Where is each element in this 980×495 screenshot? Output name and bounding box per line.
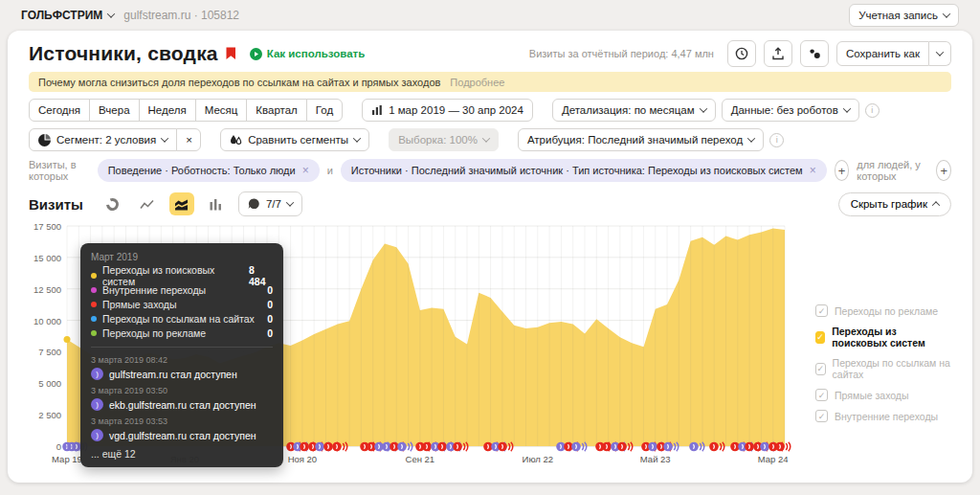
- remove-filter-icon[interactable]: ×: [302, 164, 309, 177]
- date-range-button[interactable]: 1 мар 2019 — 30 апр 2024: [362, 99, 533, 122]
- add-visit-filter-button[interactable]: +: [835, 160, 850, 181]
- legend-checkbox[interactable]: ✓: [815, 304, 828, 317]
- view-columns-button[interactable]: [204, 192, 229, 215]
- axis-annotation-marker[interactable]: [617, 439, 634, 452]
- info-icon[interactable]: i: [769, 133, 784, 147]
- save-as-arrow-button[interactable]: [929, 41, 951, 66]
- tooltip-title: Март 2019: [91, 252, 273, 262]
- axis-annotation-marker[interactable]: [709, 439, 725, 452]
- series-value: 0: [267, 327, 273, 339]
- notice-text: Почему могла снизиться доля переходов по…: [38, 77, 440, 88]
- preset-вчера[interactable]: Вчера: [89, 99, 139, 122]
- chevron-down-icon: [747, 134, 755, 142]
- axis-annotation-marker[interactable]: [453, 439, 469, 452]
- legend-checkbox[interactable]: ✓: [815, 363, 826, 375]
- compare-segments-button[interactable]: Сравнить сегменты: [220, 128, 369, 151]
- view-line-button[interactable]: [135, 192, 160, 215]
- axis-annotation-marker[interactable]: [775, 439, 791, 452]
- history-button[interactable]: [727, 40, 756, 67]
- legend-label: Внутренние переходы: [835, 411, 938, 422]
- filter-prefix-label: Визиты, в которых: [29, 159, 90, 182]
- series-label: Прямые заходы: [102, 299, 177, 310]
- annotation-bubble-icon: [498, 440, 514, 453]
- donut-chart-icon: [105, 197, 120, 212]
- sampling-select[interactable]: Выборка: 100%: [389, 128, 499, 151]
- annotation-text: ekb.gulfstream.ru стал доступен: [109, 399, 256, 411]
- columns-chart-icon: [209, 198, 223, 211]
- axis-annotation-marker[interactable]: [689, 439, 705, 452]
- data-mode-select[interactable]: Данные: без роботов: [722, 99, 859, 122]
- series-color-dot: [91, 330, 97, 336]
- legend-item[interactable]: ✓Переходы по ссылкам на сайтах: [815, 357, 951, 380]
- annotation-time: 3 марта 2019 03:50: [91, 386, 273, 395]
- axis-annotation-marker[interactable]: [397, 439, 413, 452]
- compare-drops-icon: [230, 134, 242, 146]
- chart-legend: ✓Переходы по рекламе✓Переходы из поисков…: [815, 304, 951, 431]
- segment-button[interactable]: Сегмент: 2 условия: [29, 128, 177, 151]
- x-axis-label: Май 23: [634, 454, 678, 464]
- legend-checkbox[interactable]: ✓: [815, 389, 828, 401]
- export-icon: [771, 47, 785, 60]
- hide-chart-label: Скрыть график: [851, 198, 927, 210]
- series-value: 0: [267, 299, 273, 310]
- how-to-use-link[interactable]: Как использовать: [250, 48, 366, 60]
- bookmark-icon[interactable]: [226, 47, 236, 60]
- y-axis-label: 17 500: [29, 221, 61, 232]
- legend-item[interactable]: ✓Внутренние переходы: [815, 410, 951, 422]
- counter-switcher[interactable]: ГОЛЬФСТРИМ: [21, 9, 114, 22]
- save-as-splitbutton: Сохранить как: [836, 41, 951, 66]
- info-icon[interactable]: i: [865, 103, 880, 118]
- chart-tooltip: Март 2019 Переходы из поисковых систем8 …: [80, 243, 283, 467]
- detail-select[interactable]: Детализация: по месяцам: [552, 99, 716, 122]
- hide-chart-button[interactable]: Скрыть график: [838, 192, 951, 216]
- data-mode-label: Данные: без роботов: [731, 104, 838, 116]
- hovered-point-marker[interactable]: [64, 336, 71, 343]
- filter-chip-label: Поведение · Роботность: Только люди: [108, 165, 296, 176]
- account-button[interactable]: Учетная запись: [849, 4, 959, 27]
- filter-chip-source[interactable]: Источники · Последний значимый источник …: [341, 159, 827, 182]
- axis-annotation-marker[interactable]: [663, 439, 679, 452]
- top-bar: ГОЛЬФСТРИМ gulfstream.ru · 105812 Учетна…: [0, 0, 980, 31]
- legend-label: Переходы из поисковых систем: [832, 326, 951, 349]
- view-pie-button[interactable]: [100, 192, 125, 215]
- legend-item[interactable]: ✓Переходы по рекламе: [815, 304, 951, 317]
- series-label: Внутренние переходы: [102, 284, 206, 296]
- filter-chip-robots[interactable]: Поведение · Роботность: Только люди ×: [98, 159, 320, 182]
- account-button-label: Учетная запись: [858, 10, 938, 21]
- axis-annotation-marker[interactable]: [332, 439, 348, 452]
- widgets-button[interactable]: [800, 40, 829, 67]
- goals-select[interactable]: 7/7: [238, 191, 302, 216]
- legend-item[interactable]: ✓Переходы из поисковых систем: [815, 326, 951, 349]
- annotation-bubble-icon: [571, 440, 588, 453]
- y-axis-label: 2 500: [29, 410, 61, 420]
- legend-label: Прямые заходы: [835, 390, 909, 401]
- legend-checkbox[interactable]: ✓: [815, 410, 828, 422]
- tooltip-annotations: 3 марта 2019 08:42)gulfstream.ru стал до…: [91, 347, 273, 441]
- notice-more-link[interactable]: Подробнее: [450, 77, 504, 88]
- view-stacked-area-button[interactable]: [169, 192, 194, 215]
- report-card: Источники, сводка Как использовать Визит…: [8, 31, 972, 483]
- axis-annotation-marker[interactable]: [498, 439, 514, 452]
- segment-clear-button[interactable]: ×: [176, 128, 201, 151]
- preset-неделя[interactable]: Неделя: [139, 99, 196, 122]
- chevron-down-icon: [161, 134, 168, 142]
- annotation-row: )ekb.gulfstream.ru стал доступен: [91, 398, 273, 411]
- preset-сегодня[interactable]: Сегодня: [29, 99, 90, 122]
- counter-name: ГОЛЬФСТРИМ: [21, 9, 102, 22]
- legend-checkbox[interactable]: ✓: [815, 331, 825, 344]
- legend-item[interactable]: ✓Прямые заходы: [815, 389, 951, 401]
- export-button[interactable]: [764, 40, 792, 67]
- preset-год[interactable]: Год: [306, 99, 343, 122]
- annotation-bubble-icon: [775, 440, 791, 453]
- remove-filter-icon[interactable]: ×: [810, 164, 816, 177]
- sampling-label: Выборка: 100%: [398, 134, 478, 146]
- chevron-down-icon: [353, 134, 361, 142]
- save-as-button[interactable]: Сохранить как: [836, 41, 929, 66]
- how-to-use-label: Как использовать: [267, 48, 366, 59]
- attribution-select[interactable]: Атрибуция: Последний значимый переход: [518, 128, 764, 151]
- add-user-filter-button[interactable]: +: [936, 160, 951, 181]
- axis-annotation-marker[interactable]: [571, 439, 588, 452]
- preset-месяц[interactable]: Месяц: [195, 99, 248, 122]
- preset-квартал[interactable]: Квартал: [246, 99, 306, 122]
- tooltip-more-label: ... ещё 12: [91, 448, 273, 460]
